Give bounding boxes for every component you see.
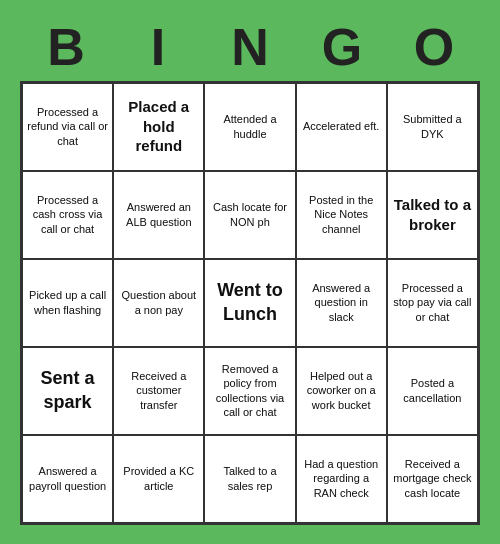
- bingo-card: BINGO Processed a refund via call or cha…: [10, 9, 490, 534]
- bingo-letter-o: O: [390, 19, 478, 76]
- bingo-cell-21[interactable]: Provided a KC article: [113, 435, 204, 523]
- bingo-cell-3[interactable]: Accelerated eft.: [296, 83, 387, 171]
- bingo-cell-23[interactable]: Had a question regarding a RAN check: [296, 435, 387, 523]
- bingo-cell-22[interactable]: Talked to a sales rep: [204, 435, 295, 523]
- bingo-letter-i: I: [114, 19, 202, 76]
- bingo-cell-19[interactable]: Posted a cancellation: [387, 347, 478, 435]
- bingo-letter-n: N: [206, 19, 294, 76]
- bingo-cell-18[interactable]: Helped out a coworker on a work bucket: [296, 347, 387, 435]
- bingo-cell-4[interactable]: Submitted a DYK: [387, 83, 478, 171]
- bingo-cell-11[interactable]: Question about a non pay: [113, 259, 204, 347]
- bingo-cell-10[interactable]: Picked up a call when flashing: [22, 259, 113, 347]
- bingo-cell-2[interactable]: Attended a huddle: [204, 83, 295, 171]
- bingo-grid: Processed a refund via call or chatPlace…: [20, 81, 480, 525]
- bingo-cell-6[interactable]: Answered an ALB question: [113, 171, 204, 259]
- bingo-cell-8[interactable]: Posted in the Nice Notes channel: [296, 171, 387, 259]
- bingo-header: BINGO: [20, 19, 480, 76]
- bingo-cell-16[interactable]: Received a customer transfer: [113, 347, 204, 435]
- bingo-cell-1[interactable]: Placed a hold refund: [113, 83, 204, 171]
- bingo-cell-15[interactable]: Sent a spark: [22, 347, 113, 435]
- bingo-cell-20[interactable]: Answered a payroll question: [22, 435, 113, 523]
- bingo-cell-14[interactable]: Processed a stop pay via call or chat: [387, 259, 478, 347]
- bingo-cell-24[interactable]: Received a mortgage check cash locate: [387, 435, 478, 523]
- bingo-letter-g: G: [298, 19, 386, 76]
- bingo-cell-7[interactable]: Cash locate for NON ph: [204, 171, 295, 259]
- bingo-cell-5[interactable]: Processed a cash cross via call or chat: [22, 171, 113, 259]
- bingo-letter-b: B: [22, 19, 110, 76]
- bingo-cell-12[interactable]: Went to Lunch: [204, 259, 295, 347]
- bingo-cell-9[interactable]: Talked to a broker: [387, 171, 478, 259]
- bingo-cell-17[interactable]: Removed a policy from collections via ca…: [204, 347, 295, 435]
- bingo-cell-0[interactable]: Processed a refund via call or chat: [22, 83, 113, 171]
- bingo-cell-13[interactable]: Answered a question in slack: [296, 259, 387, 347]
